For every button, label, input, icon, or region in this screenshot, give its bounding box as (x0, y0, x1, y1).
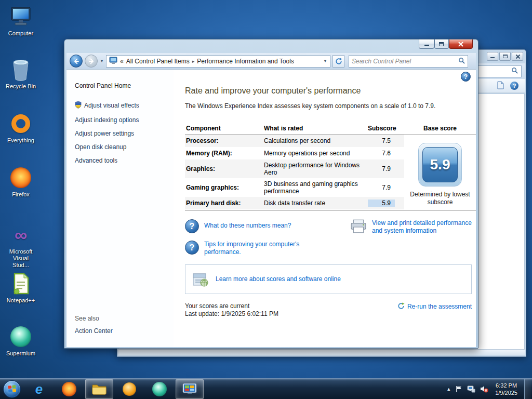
base-score-badge: 5.9 (418, 143, 462, 187)
document-icon[interactable] (497, 81, 504, 91)
breadcrumb[interactable]: « All Control Panel Items ▸ Performance … (106, 55, 330, 68)
media-app-icon (123, 382, 136, 396)
maximize-button[interactable] (434, 39, 449, 49)
taskbar-item-media-app[interactable] (115, 379, 143, 399)
table-row-memory: Memory (RAM): Memory operations per seco… (185, 147, 404, 159)
component-cell: Processor: (185, 137, 264, 144)
column-header-subscore: Subscore (368, 125, 404, 132)
taskbar-item-supermium[interactable] (145, 379, 174, 399)
subscore-cell-highlighted: 5.9 (368, 200, 395, 207)
learn-more-box[interactable]: Learn more about scores and software onl… (185, 264, 472, 294)
sidebar-item-label: Adjust indexing options (75, 116, 139, 124)
taskbar-clock[interactable]: 6:32 PM 1/9/2025 (493, 382, 520, 396)
base-score-value: 5.9 (422, 147, 458, 182)
desktop-icon-everything[interactable]: Everything (4, 111, 37, 144)
table-row-gaming-graphics: Gaming graphics: 3D business and gaming … (185, 178, 404, 197)
link-view-print-details[interactable]: View and print detailed performance and … (350, 219, 476, 256)
volume-muted-icon[interactable] (480, 385, 488, 393)
printer-icon (350, 219, 367, 235)
minimize-button[interactable] (419, 39, 434, 49)
page-title: Rate and improve your computer's perform… (185, 86, 469, 96)
hidden-icons-arrow[interactable]: ▲ (446, 387, 451, 392)
subscore-cell: 7.5 (368, 137, 395, 144)
sidebar-item-label: Open disk cleanup (75, 143, 126, 151)
column-header-base-score: Base score (404, 122, 476, 135)
breadcrumb-dropdown-icon[interactable]: ▼ (323, 59, 327, 63)
supermium-icon (152, 382, 167, 396)
link-label[interactable]: View and print detailed performance and … (372, 219, 476, 235)
breadcrumb-collapse[interactable]: « (120, 58, 124, 65)
subscore-cell: 7.6 (368, 150, 395, 157)
table-row-processor: Processor: Calculations per second 7.5 (185, 135, 404, 147)
sidebar-item-action-center[interactable]: Action Center (75, 327, 113, 335)
action-center-flag-icon[interactable] (456, 385, 462, 393)
link-label[interactable]: Tips for improving your computer's perfo… (204, 241, 313, 256)
maximize-button[interactable] (499, 52, 511, 61)
close-button[interactable] (512, 52, 523, 61)
history-dropdown-icon[interactable]: ▾ (100, 59, 104, 63)
navigation-bar: ▾ « All Control Panel Items ▸ Performanc… (66, 53, 476, 70)
desktop-icon-notepadpp[interactable]: Notepad++ (4, 271, 37, 304)
link-label[interactable]: What do these numbers mean? (204, 222, 291, 230)
forward-button[interactable] (85, 55, 98, 68)
desktop-icon-recycle-bin[interactable]: Recycle Bin (4, 57, 37, 90)
firefox-icon (62, 382, 76, 396)
last-update-text: Last update: 1/9/2025 6:02:11 PM (185, 310, 278, 318)
component-cell: Primary hard disk: (185, 200, 264, 207)
rated-cell: Memory operations per second (264, 150, 368, 157)
desktop-icon-label: Computer (4, 30, 37, 37)
breadcrumb-separator-icon[interactable]: ▸ (192, 59, 195, 64)
show-desktop-button[interactable] (524, 379, 531, 399)
internet-explorer-icon: e (35, 382, 43, 396)
minimize-button[interactable] (487, 52, 498, 61)
rated-cell: Calculations per second (264, 137, 368, 144)
desktop-icon-visual-studio[interactable]: ∞ Microsoft Visual Stud... (4, 222, 37, 269)
sidebar-item-adjust-power-settings[interactable]: Adjust power settings (75, 130, 169, 137)
computer-icon (4, 4, 37, 29)
network-icon[interactable] (467, 385, 475, 393)
wei-score-table: Component What is rated Subscore Process… (185, 122, 476, 211)
sidebar-item-open-disk-cleanup[interactable]: Open disk cleanup (75, 143, 169, 151)
help-links-section: ? What do these numbers mean? ? Tips for… (185, 219, 476, 256)
back-button[interactable] (70, 55, 83, 68)
help-icon[interactable]: ? (461, 72, 471, 82)
table-header-row: Component What is rated Subscore (185, 122, 404, 135)
breadcrumb-item-control-panel[interactable]: All Control Panel Items (126, 58, 190, 65)
link-learn-more-online[interactable]: Learn more about scores and software onl… (216, 275, 345, 283)
uac-shield-icon (75, 101, 82, 110)
search-input[interactable] (352, 58, 458, 65)
refresh-button[interactable] (332, 55, 344, 68)
component-cell: Graphics: (185, 165, 264, 172)
taskbar-item-firefox[interactable] (55, 379, 83, 399)
link-label[interactable]: Re-run the assessment (407, 303, 472, 311)
sidebar-item-advanced-tools[interactable]: Advanced tools (75, 157, 169, 164)
start-button[interactable] (0, 379, 24, 399)
everything-icon (4, 111, 37, 136)
taskbar-item-control-panel[interactable] (176, 379, 204, 399)
link-tips-improving[interactable]: ? Tips for improving your computer's per… (185, 241, 348, 256)
breadcrumb-item-performance[interactable]: Performance Information and Tools (197, 58, 294, 65)
help-icon[interactable]: ? (510, 82, 518, 90)
desktop-icon-label: Microsoft Visual Stud... (4, 248, 37, 269)
background-window-statusbar (118, 350, 525, 355)
desktop-icon-firefox[interactable]: Firefox (4, 165, 37, 198)
system-tray: ▲ 6:32 PM 1/9 (446, 379, 532, 399)
sidebar-item-adjust-visual-effects[interactable]: Adjust visual effects (75, 101, 169, 110)
performance-info-window: ▾ « All Control Panel Items ▸ Performanc… (64, 39, 478, 349)
rated-cell: Disk data transfer rate (264, 200, 368, 207)
desktop-icon-label: Firefox (4, 191, 37, 198)
rerun-refresh-icon (397, 302, 405, 311)
link-what-do-numbers-mean[interactable]: ? What do these numbers mean? (185, 219, 348, 233)
link-rerun-assessment[interactable]: Re-run the assessment (397, 302, 472, 311)
sidebar-item-label: Advanced tools (75, 157, 117, 164)
desktop-icon-supermium[interactable]: Supermium (4, 324, 37, 357)
search-icon[interactable] (458, 57, 465, 65)
taskbar-item-internet-explorer[interactable]: e (25, 379, 53, 399)
taskbar-item-explorer[interactable] (85, 379, 113, 399)
close-button[interactable] (449, 39, 473, 49)
sidebar-item-control-panel-home[interactable]: Control Panel Home (75, 82, 169, 89)
subscore-cell: 7.9 (368, 184, 395, 191)
desktop-icon-computer[interactable]: Computer (4, 4, 37, 37)
sidebar-item-adjust-indexing-options[interactable]: Adjust indexing options (75, 116, 169, 124)
sidebar-item-label: Adjust power settings (75, 130, 134, 137)
